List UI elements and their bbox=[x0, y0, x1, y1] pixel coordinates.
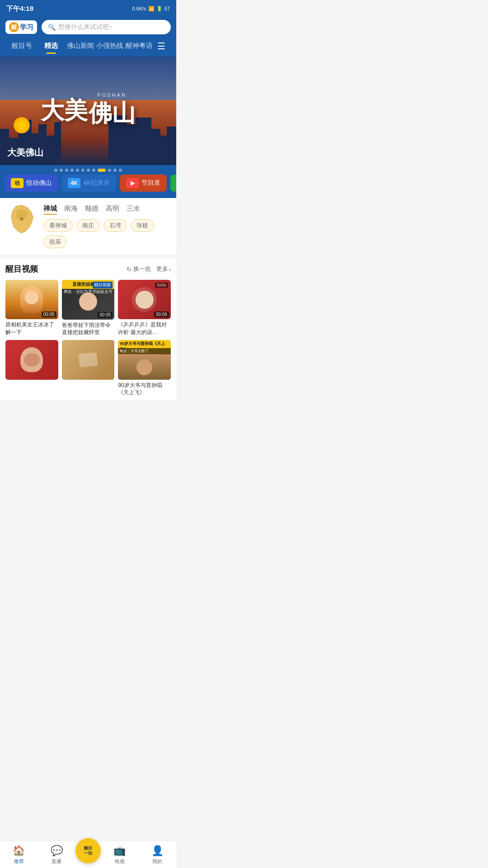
tab-hotline[interactable]: 小强热线 bbox=[95, 40, 124, 52]
dot-5[interactable] bbox=[76, 169, 79, 172]
dot-11[interactable] bbox=[113, 169, 117, 172]
video-card-5[interactable] bbox=[62, 340, 115, 396]
dot-9-active[interactable] bbox=[98, 169, 106, 172]
tv-label: 电视 bbox=[115, 858, 125, 865]
banner-subtitle: 大美佛山 bbox=[7, 146, 43, 159]
quick-link-yudong[interactable]: 动 悦动佛山 bbox=[5, 175, 58, 192]
tab-cantonese[interactable]: 醒神粤语 bbox=[124, 40, 154, 52]
logo-text: 学习 bbox=[20, 23, 33, 32]
search-icon: 🔍 bbox=[48, 24, 56, 31]
video-thumb-3: TATA 00:06 bbox=[118, 280, 171, 319]
chevron-right-icon: › bbox=[169, 266, 171, 273]
nav-mine[interactable]: 👤 我的 bbox=[139, 842, 177, 868]
video-thumb-2: 直接把娃藏怀里 网友：还以为是洋娃娃太可爱了 醒目视频 00:05 bbox=[62, 280, 115, 320]
video-duration-2: 00:05 bbox=[98, 312, 113, 318]
district-tab-nanhai[interactable]: 南海 bbox=[64, 204, 78, 215]
dot-1[interactable] bbox=[54, 169, 57, 172]
search-bar[interactable]: 🔍 想搜什么来试试吧~ bbox=[42, 20, 171, 34]
thumb2-badge: 醒目视频 bbox=[93, 282, 113, 288]
video-card-3[interactable]: TATA 00:06 《乒乒乒乒》是我对许昕 最大的误… bbox=[118, 280, 171, 336]
tab-jingxuan[interactable]: 精选 bbox=[37, 40, 66, 52]
home-label: 推荐 bbox=[14, 858, 24, 865]
video-grid: 00:05 原相机美女王冰冰了解一下 直接把娃藏怀里 网友：还以为是洋娃娃太可爱… bbox=[5, 280, 171, 396]
nav-center-button[interactable]: 醒目一拍 bbox=[75, 838, 101, 863]
video-title-6: 90岁大爷与普孙唱《天上飞》 bbox=[118, 382, 171, 397]
video-title-2: 爸爸带娃下雨没带伞 直接把娃藏怀里 bbox=[62, 321, 115, 337]
dot-3[interactable] bbox=[65, 169, 68, 172]
logo[interactable]: 醒 学习 bbox=[5, 20, 37, 34]
banner-section: 大美 FOSHAN 佛山 大美佛山 动 悦动佛山 4K bbox=[0, 57, 176, 198]
sub-tab-zumiao[interactable]: 祖庙 bbox=[43, 236, 67, 248]
header: 醒 学习 🔍 想搜什么来试试吧~ 醒目号 精选 佛山新闻 小强热线 醒神粤语 ☰ bbox=[0, 16, 176, 57]
video-card-6[interactable]: 90岁大爷与普孙唱《天上飞》 网友：大爷太酷了 90岁大爷与普孙唱《天上飞》 bbox=[118, 340, 171, 396]
sub-tab-nanzhuang[interactable]: 南庄 bbox=[76, 219, 100, 232]
nav-tabs: 醒目号 精选 佛山新闻 小强热线 醒神粤语 ☰ bbox=[5, 40, 171, 52]
more-label: 更多 bbox=[156, 265, 168, 273]
video-thumb-4 bbox=[5, 340, 58, 379]
banner-dots bbox=[0, 165, 176, 175]
sub-tab-kanchancheng[interactable]: 看禅城 bbox=[43, 219, 73, 232]
battery-icon: 🔋 bbox=[156, 6, 163, 12]
nav-tv[interactable]: 📺 电视 bbox=[101, 842, 139, 868]
dot-8[interactable] bbox=[92, 169, 95, 172]
district-tab-chancheng[interactable]: 禅城 bbox=[43, 204, 57, 215]
dot-4[interactable] bbox=[70, 169, 74, 172]
header-top: 醒 学习 🔍 想搜什么来试试吧~ bbox=[5, 20, 171, 34]
4k-label: 4K纪录片 bbox=[83, 179, 110, 187]
status-icons: 0.6K/s 📶 🔋 57 bbox=[132, 6, 170, 12]
tab-zhaomuhao[interactable]: 醒目号 bbox=[7, 40, 37, 52]
district-tab-gaoming[interactable]: 高明 bbox=[106, 204, 119, 215]
yudong-label: 悦动佛山 bbox=[26, 179, 52, 187]
tv-icon: 📺 bbox=[113, 845, 126, 857]
video-duration-1: 00:05 bbox=[42, 311, 56, 317]
mine-label: 我的 bbox=[152, 858, 162, 865]
district-map bbox=[6, 204, 38, 237]
video-card-2[interactable]: 直接把娃藏怀里 网友：还以为是洋娃娃太可爱了 醒目视频 00:05 爸爸带娃下雨… bbox=[62, 280, 115, 336]
logo-icon: 醒 bbox=[9, 22, 19, 32]
quick-link-jiemu[interactable]: ▶ 节目库 bbox=[120, 175, 167, 192]
bottom-nav: 🏠 推荐 💬 直播 醒目一拍 📺 电视 👤 我的 bbox=[0, 841, 176, 868]
tab-foshan[interactable]: 佛山新闻 bbox=[66, 40, 95, 52]
more-button[interactable]: 更多 › bbox=[156, 265, 171, 273]
sub-tab-zhangcha[interactable]: 张槎 bbox=[131, 219, 154, 232]
video-card-1[interactable]: 00:05 原相机美女王冰冰了解一下 bbox=[5, 280, 58, 336]
jiemu-label: 节目库 bbox=[141, 179, 160, 187]
nav-live[interactable]: 💬 直播 bbox=[38, 842, 76, 868]
section-header: 醒目视频 ↻ 换一批 更多 › bbox=[5, 264, 171, 274]
dot-6[interactable] bbox=[81, 169, 84, 172]
quick-link-book[interactable]: 📖 bbox=[170, 175, 176, 192]
home-icon: 🏠 bbox=[13, 845, 25, 857]
dot-2[interactable] bbox=[60, 169, 63, 172]
mine-icon: 👤 bbox=[151, 845, 164, 857]
dot-7[interactable] bbox=[87, 169, 90, 172]
quick-links: 动 悦动佛山 4K 4K纪录片 ▶ 节目库 📖 bbox=[0, 175, 176, 198]
yudong-icon: 动 bbox=[11, 178, 23, 188]
district-sub-tabs: 看禅城 南庄 石湾 张槎 祖庙 bbox=[43, 219, 170, 248]
video-section: 醒目视频 ↻ 换一批 更多 › 00:05 原 bbox=[0, 258, 176, 400]
quick-link-4k[interactable]: 4K 4K纪录片 bbox=[61, 175, 116, 192]
nav-more-icon[interactable]: ☰ bbox=[154, 41, 169, 52]
battery-level: 57 bbox=[164, 6, 170, 11]
video-thumb-1: 00:05 bbox=[5, 280, 58, 319]
refresh-button[interactable]: ↻ 换一批 bbox=[127, 265, 151, 273]
district-tab-shunde[interactable]: 顺德 bbox=[85, 204, 99, 215]
video-card-4[interactable] bbox=[5, 340, 58, 396]
foshan-map bbox=[6, 204, 37, 235]
dot-12[interactable] bbox=[119, 169, 122, 172]
search-input-placeholder: 想搜什么来试试吧~ bbox=[58, 23, 113, 31]
video-section-title: 醒目视频 bbox=[5, 264, 38, 274]
section-actions: ↻ 换一批 更多 › bbox=[127, 265, 171, 273]
live-label: 直播 bbox=[52, 858, 61, 865]
district-tabs: 禅城 南海 顺德 高明 三水 bbox=[43, 204, 170, 215]
district-tab-sanshui[interactable]: 三水 bbox=[127, 204, 140, 215]
nav-center-label: 醒目一拍 bbox=[84, 846, 92, 856]
sub-tab-shiwan[interactable]: 石湾 bbox=[103, 219, 127, 232]
video-thumb-6: 90岁大爷与普孙唱《天上飞》 网友：大爷太酷了 bbox=[118, 340, 171, 379]
nav-home[interactable]: 🏠 推荐 bbox=[0, 842, 38, 868]
dot-10[interactable] bbox=[108, 169, 111, 172]
refresh-label: 换一批 bbox=[133, 265, 151, 273]
svg-point-13 bbox=[20, 217, 23, 221]
banner-image[interactable]: 大美 FOSHAN 佛山 大美佛山 bbox=[0, 57, 176, 165]
video-thumb-5 bbox=[62, 340, 115, 380]
video-duration-3: 00:06 bbox=[154, 311, 169, 317]
